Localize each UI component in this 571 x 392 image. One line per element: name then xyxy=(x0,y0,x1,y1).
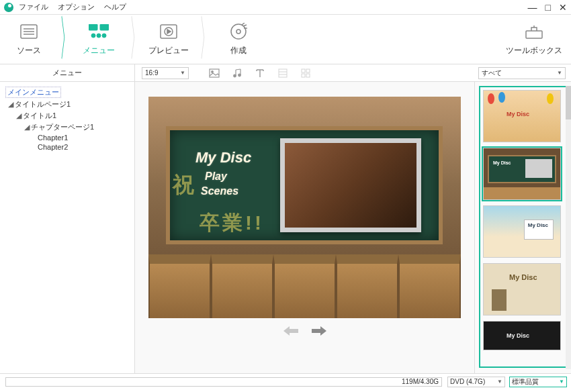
chevron-down-icon: ▼ xyxy=(559,379,564,385)
template-filter-select[interactable]: すべて▼ xyxy=(478,67,566,79)
disc-type-select[interactable]: DVD (4.7G)▼ xyxy=(447,377,505,387)
toolbox-icon xyxy=(505,22,563,41)
chapter-icon[interactable] xyxy=(277,68,288,79)
quality-select[interactable]: 標準品質▼ xyxy=(509,377,567,387)
disc-menu-text: My Disc Play Scenes xyxy=(195,149,251,197)
close-icon[interactable]: ✕ xyxy=(559,2,567,13)
music-icon[interactable] xyxy=(232,68,243,79)
tree-main-menu[interactable]: メインメニュー xyxy=(3,86,132,99)
status-bar: 119M/4.30G DVD (4.7G)▼ 標準品質▼ xyxy=(0,373,571,389)
svg-point-8 xyxy=(102,34,106,38)
svg-rect-22 xyxy=(302,69,305,72)
menu-preview-canvas[interactable]: 祝 卒業!! My Disc Play Scenes xyxy=(148,97,461,318)
source-icon xyxy=(0,22,58,41)
app-icon xyxy=(4,3,13,12)
caret-down-icon: ◢ xyxy=(24,123,30,131)
step-create-label: 作成 xyxy=(210,45,267,56)
menu-tree: メインメニュー ◢タイトルページ1 ◢タイトル1 ◢チャプターページ1 Chap… xyxy=(0,82,135,373)
svg-point-17 xyxy=(234,75,236,77)
menu-file[interactable]: ファイル xyxy=(19,2,48,12)
svg-rect-5 xyxy=(100,24,109,30)
text-icon[interactable] xyxy=(255,68,265,79)
step-create[interactable]: 作成 xyxy=(210,22,267,56)
caret-down-icon: ◢ xyxy=(16,111,21,119)
svg-rect-24 xyxy=(302,74,305,77)
step-toolbox-label: ツールボックス xyxy=(505,45,563,56)
svg-point-7 xyxy=(97,34,101,38)
svg-rect-4 xyxy=(89,24,97,30)
step-toolbox[interactable]: ツールボックス xyxy=(505,22,563,56)
aspect-ratio-select[interactable]: 16:9▼ xyxy=(142,67,189,79)
tree-chapter-page[interactable]: ◢チャプターページ1 xyxy=(3,121,132,133)
menu-help[interactable]: ヘルプ xyxy=(104,2,126,12)
step-source[interactable]: ソース xyxy=(0,22,58,56)
preview-nav xyxy=(283,325,326,337)
main-area: メインメニュー ◢タイトルページ1 ◢タイトル1 ◢チャプターページ1 Chap… xyxy=(0,82,571,373)
prev-page-icon[interactable] xyxy=(283,325,298,337)
tree-title-page[interactable]: ◢タイトルページ1 xyxy=(3,99,132,110)
chevron-down-icon: ▼ xyxy=(497,379,502,385)
step-menu-label: メニュー xyxy=(70,45,128,56)
next-page-icon[interactable] xyxy=(312,325,326,337)
maximize-icon[interactable]: □ xyxy=(545,2,551,13)
scrollbar-thumb[interactable] xyxy=(566,86,571,119)
template-panel: My Disc My Disc My Disc My Disc My Disc xyxy=(474,82,571,373)
tree-chapter2[interactable]: Chapter2 xyxy=(3,142,132,152)
minimize-icon[interactable]: — xyxy=(528,2,537,13)
window-controls: — □ ✕ xyxy=(528,2,567,13)
video-thumbnail-frame[interactable] xyxy=(280,138,421,232)
sub-toolbar: メニュー 16:9▼ すべて▼ xyxy=(0,64,571,82)
template-list: My Disc My Disc My Disc My Disc My Disc xyxy=(479,86,567,368)
caret-down-icon: ◢ xyxy=(8,100,13,108)
disc-size-bar: 119M/4.30G xyxy=(5,377,442,387)
svg-point-16 xyxy=(212,70,214,72)
create-icon xyxy=(210,22,267,41)
chevron-down-icon: ▼ xyxy=(557,70,562,76)
svg-rect-25 xyxy=(306,74,310,77)
step-preview[interactable]: プレビュー xyxy=(140,22,197,56)
tree-chapter1[interactable]: Chapter1 xyxy=(3,133,132,142)
disc-size-text: 119M/4.30G xyxy=(402,378,439,385)
step-source-label: ソース xyxy=(0,45,58,56)
edit-toolbar xyxy=(209,68,311,79)
svg-rect-13 xyxy=(526,31,542,38)
template-item[interactable]: My Disc xyxy=(483,90,561,142)
template-item[interactable]: My Disc xyxy=(483,263,561,315)
chevron-down-icon: ▼ xyxy=(180,70,185,76)
template-scrollbar[interactable] xyxy=(566,86,571,369)
tree-title[interactable]: ◢タイトル1 xyxy=(3,110,132,121)
titlebar: ファイル オプション ヘルプ — □ ✕ xyxy=(0,0,571,15)
chevron-icon: 〉 xyxy=(130,6,138,72)
chevron-icon: 〉 xyxy=(60,6,69,72)
step-nav: ソース 〉 メニュー 〉 プレビュー 〉 作成 ツールボックス xyxy=(0,15,571,64)
preview-icon xyxy=(140,22,197,41)
svg-point-18 xyxy=(238,74,241,77)
template-item[interactable]: My Disc xyxy=(483,321,561,350)
step-menu[interactable]: メニュー xyxy=(70,22,128,56)
menu-icon xyxy=(70,22,128,41)
svg-rect-23 xyxy=(306,69,310,72)
svg-rect-19 xyxy=(279,69,287,77)
template-item[interactable]: My Disc xyxy=(483,148,561,200)
svg-point-6 xyxy=(91,34,95,38)
template-item[interactable]: My Disc xyxy=(483,205,561,258)
thumbnail-icon[interactable] xyxy=(300,68,311,79)
image-icon[interactable] xyxy=(209,68,220,79)
svg-point-12 xyxy=(236,30,240,34)
preview-pane: 祝 卒業!! My Disc Play Scenes xyxy=(135,82,474,373)
chevron-icon: 〉 xyxy=(200,6,208,72)
step-preview-label: プレビュー xyxy=(140,45,197,56)
svg-rect-15 xyxy=(210,69,219,77)
